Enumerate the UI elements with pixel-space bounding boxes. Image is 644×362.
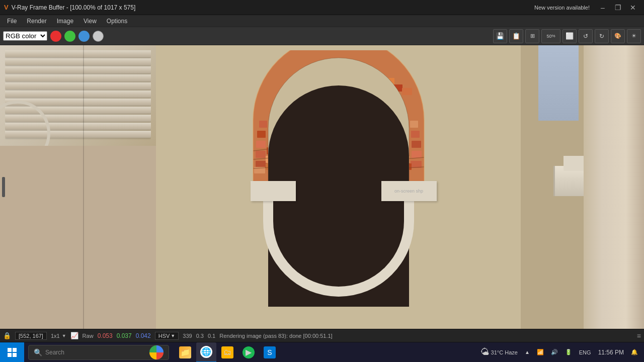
select-region-button[interactable]: ⊞ [525, 29, 539, 43]
svg-rect-19 [340, 64, 352, 72]
copilot-icon [149, 345, 164, 359]
color-mode-select[interactable]: RGB color Alpha Luminance [3, 31, 47, 41]
notification-center[interactable]: 🔔 [629, 348, 640, 356]
menu-view[interactable]: View [78, 17, 102, 26]
status-bar: 🔒 [552, 167] 1x1 ▼ 📈 Raw 0.053 0.037 0.0… [0, 329, 644, 342]
weather-text: 31°C Haze [491, 349, 518, 355]
taskbar-search[interactable]: 🔍 Search [28, 345, 169, 360]
frame-button[interactable]: ⬜ [562, 29, 577, 43]
arch-sill-left [251, 181, 296, 201]
svg-rect-14 [401, 163, 412, 170]
siding-6 [5, 90, 151, 98]
side-scroll-indicator[interactable] [2, 177, 5, 197]
svg-rect-18 [328, 65, 340, 73]
svg-rect-24 [373, 74, 384, 82]
clock-time: 11:56 PM [598, 349, 624, 356]
rotate-left-button[interactable]: ↺ [579, 29, 593, 43]
menu-options[interactable]: Options [102, 17, 132, 26]
svg-rect-20 [352, 65, 363, 73]
restore-button[interactable]: ❐ [611, 2, 625, 14]
menu-file[interactable]: File [2, 17, 22, 26]
color-picker-button[interactable]: 🎨 [611, 29, 625, 43]
expand-button[interactable]: ≡ [637, 332, 641, 340]
svg-rect-16 [400, 147, 408, 154]
weather-widget[interactable]: 🌤 31°C Haze [478, 346, 520, 358]
hue-value: 339 [183, 333, 192, 339]
taskbar-app-extra[interactable]: S [260, 342, 280, 363]
svg-rect-1 [256, 151, 266, 158]
exposure-button[interactable]: ☀ [627, 29, 641, 43]
svg-rect-28 [392, 84, 403, 92]
battery-icon[interactable]: 🔋 [563, 348, 574, 356]
mode-dropdown-icon: ▼ [171, 333, 175, 338]
right-pillar [584, 45, 644, 329]
tray-expand-icon: ▲ [525, 349, 530, 355]
taskbar-app-explorer[interactable]: 📁 [175, 342, 195, 363]
network-icon[interactable]: 📶 [535, 348, 546, 356]
svg-rect-17 [316, 68, 328, 76]
val-value: 0.1 [208, 333, 215, 339]
sat-value: 0.3 [196, 333, 204, 339]
curve-icon: 📈 [70, 332, 78, 339]
taskbar-app-media[interactable]: ▶ [238, 342, 259, 363]
language-text: ENG [579, 349, 591, 355]
menu-render[interactable]: Render [22, 17, 51, 26]
taskbar: 🔍 Search 📁 🌐 🗂 ▶ S 🌤 31°C Haze [0, 342, 644, 362]
taskbar-app-chrome[interactable]: 🌐 [196, 342, 216, 363]
rotate-right-button[interactable]: ↻ [595, 29, 609, 43]
blue-channel-button[interactable] [78, 31, 90, 42]
clock[interactable]: 11:56 PM [596, 348, 626, 357]
svg-rect-13 [410, 121, 418, 128]
menu-bar: File Render Image View Options [0, 15, 644, 27]
svg-rect-4 [259, 121, 267, 128]
save-button[interactable]: 💾 [493, 29, 507, 43]
render-area[interactable]: on-screen shp [0, 45, 644, 329]
sample-dropdown-icon: ▼ [62, 333, 66, 338]
search-placeholder: Search [45, 349, 64, 356]
taskbar-system-tray: 🌤 31°C Haze ▲ 📶 🔊 🔋 ENG 11:56 PM 🔔 [474, 346, 644, 358]
file-explorer-app-icon: 📁 [179, 346, 191, 358]
svg-rect-27 [298, 84, 308, 92]
search-icon: 🔍 [34, 348, 42, 356]
copy-button[interactable]: 📋 [509, 29, 523, 43]
red-channel-button[interactable] [50, 31, 61, 42]
green-channel-button[interactable] [64, 31, 75, 42]
tooltip-text: on-screen shp [394, 189, 423, 194]
pixel-coordinates: [552, 167] [15, 332, 47, 340]
siding-2 [5, 58, 151, 65]
window-title: V-Ray Frame Buffer - [100.00% of 1017 x … [12, 4, 136, 11]
svg-rect-26 [288, 88, 298, 95]
svg-rect-29 [402, 88, 412, 95]
arch-sill-right: on-screen shp [381, 181, 437, 201]
svg-rect-21 [362, 68, 373, 76]
language-selector[interactable]: ENG [577, 348, 593, 356]
zoom-button[interactable]: 50% [541, 29, 560, 43]
arch-wall: on-screen shp [156, 45, 521, 329]
color-space-select[interactable]: HSV ▼ [155, 332, 179, 340]
svg-rect-40 [13, 353, 17, 357]
title-bar-controls: New version available! – ❐ ✕ [534, 2, 640, 14]
svg-rect-2 [256, 141, 266, 148]
sample-select[interactable]: 1x1 ▼ [51, 333, 66, 339]
menu-image[interactable]: Image [52, 17, 78, 26]
svg-rect-39 [8, 353, 12, 357]
minimize-button[interactable]: – [596, 2, 610, 14]
close-button[interactable]: ✕ [626, 2, 640, 14]
svg-rect-7 [266, 156, 275, 163]
system-tray-icons[interactable]: ▲ [523, 348, 532, 356]
svg-rect-11 [412, 141, 421, 148]
svg-rect-3 [257, 131, 266, 138]
svg-rect-12 [411, 131, 420, 138]
white-channel-button[interactable] [93, 31, 104, 42]
siding-3 [5, 66, 151, 73]
start-button[interactable] [0, 342, 24, 363]
taskbar-app-files[interactable]: 🗂 [217, 342, 237, 363]
siding-4 [5, 74, 151, 81]
toolbar: RGB color Alpha Luminance 💾 📋 ⊞ 50% ⬜ ↺ … [0, 27, 644, 45]
new-version-notice: New version available! [534, 5, 595, 11]
siding-5 [5, 82, 151, 89]
render-canvas: on-screen shp [0, 45, 644, 329]
windows-logo-icon [8, 348, 17, 357]
app-icon: V [4, 4, 9, 11]
volume-icon[interactable]: 🔊 [549, 348, 560, 356]
